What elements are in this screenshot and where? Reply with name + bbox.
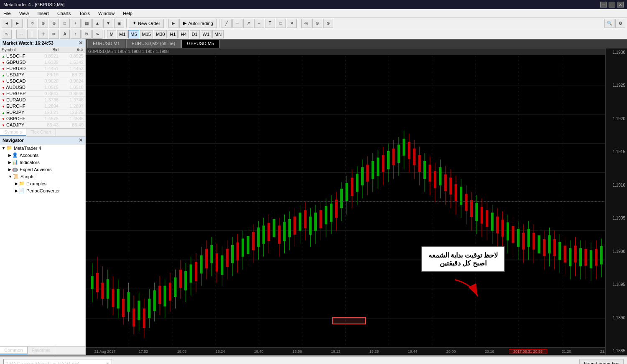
tb-vline-btn[interactable]: │ (27, 30, 37, 39)
main-toolbar: ◄ ► ↺ ⊕ ⊖ □ + ▦ ▲ ▼ ▣ ✦ New Order ▶ ▶ Au… (0, 18, 627, 29)
tb-up-btn[interactable]: ▲ (92, 19, 102, 28)
chart-tab-eurusd-m2[interactable]: EURUSD,M2 (offline) (126, 40, 181, 48)
chart-tab-gbpusd-m5[interactable]: GBPUSD,M5 (181, 40, 219, 48)
tb-pointer-btn[interactable]: ↖ (2, 30, 12, 39)
svg-rect-136 (387, 151, 390, 169)
menu-charts[interactable]: Charts (56, 10, 72, 16)
tb-cycle-btn[interactable]: ↻ (82, 30, 92, 39)
tb-trend-btn[interactable]: ↗ (243, 19, 253, 28)
tb-cross2-btn[interactable]: ✛ (38, 30, 48, 39)
period-m1-btn[interactable]: M1 (117, 30, 127, 38)
navigator-close[interactable]: ✕ (79, 137, 83, 143)
tb-fibo-btn[interactable]: ↔ (254, 19, 264, 28)
menu-window[interactable]: Window (97, 10, 116, 16)
tb-ea-btn[interactable]: ▶ (168, 19, 178, 28)
period-w1-btn[interactable]: W1 (201, 30, 212, 38)
market-watch-row[interactable]: ▼ AUDUSD1.05151.0518 (0, 84, 85, 91)
menu-tools[interactable]: Tools (77, 10, 92, 16)
market-watch-row[interactable]: ▼ USDCAD0.96200.9624 (0, 78, 85, 84)
tb-abc-btn[interactable]: A (60, 30, 70, 39)
svg-rect-40 (138, 301, 140, 320)
tb-zoomin-btn[interactable]: ⊕ (38, 19, 48, 28)
chart-plot[interactable]: لاحظ توقيت بداية الشمعه اصبح كل دقيقتين (86, 56, 605, 347)
tb-chart-btn[interactable]: ▦ (82, 19, 92, 28)
tree-item[interactable]: ▶📄PeriodConverter (0, 187, 85, 194)
market-watch-row[interactable]: ▲ EURJPY120.21120.25 (0, 109, 85, 116)
tb-opt-btn[interactable]: ⊙ (312, 19, 322, 28)
tb-back-btn[interactable]: ◄ (2, 19, 12, 28)
maximize-button[interactable]: □ (609, 2, 615, 8)
menu-insert[interactable]: Insert (36, 10, 51, 16)
tb-line-btn[interactable]: ╱ (222, 19, 232, 28)
svg-rect-72 (221, 255, 223, 275)
tb-props-btn[interactable]: □ (60, 19, 70, 28)
chart-area[interactable]: GBPUSD,M5 1.1907 1.1908 1.1907 1.1908 (86, 48, 627, 355)
tb-hline-btn[interactable]: ─ (232, 19, 242, 28)
tree-item[interactable]: ▼📜Scripts (0, 173, 85, 180)
tb-del-btn[interactable]: ✕ (287, 19, 297, 28)
tb-pen-btn[interactable]: ✏ (49, 30, 59, 39)
tb-fwd-btn[interactable]: ► (13, 19, 23, 28)
tb-zoomout-btn[interactable]: ⊖ (49, 19, 59, 28)
period-mn-btn[interactable]: MN (212, 30, 224, 38)
market-watch-row[interactable]: ▲ USDJPY83.1983.22 (0, 72, 85, 78)
period-m5-btn[interactable]: M5 (128, 30, 139, 38)
tb-dn-btn[interactable]: ▼ (103, 19, 113, 28)
tb-settings-btn[interactable]: ⚙ (615, 19, 625, 28)
period-m30-btn[interactable]: M30 (154, 30, 167, 38)
new-order-button[interactable]: ✦ New Order (129, 19, 164, 28)
tb-wave-btn[interactable]: ∿ (92, 30, 102, 39)
period-d1-btn[interactable]: D1 (190, 30, 200, 38)
market-watch-row[interactable]: ▼ GBPCHF1.45751.4585 (0, 116, 85, 122)
nav-tab-common[interactable]: Common (0, 347, 28, 354)
ea-dropdown[interactable]: 2 MA Crosses Mega filter EA V1.ex4 ▼ (3, 359, 112, 364)
tree-item[interactable]: ▶🤖Expert Advisors (0, 166, 85, 173)
tb-arrow-btn[interactable]: ↑ (71, 30, 81, 39)
svg-rect-66 (205, 249, 208, 268)
autotrading-button[interactable]: ▶ AutoTrading (179, 19, 217, 28)
market-watch-row[interactable]: ▼ EURAUD1.37361.3748 (0, 97, 85, 103)
ptb-sep2 (104, 30, 105, 38)
market-watch-row[interactable]: ▼ CADJPY86.4386.49 (0, 122, 85, 128)
svg-rect-76 (231, 245, 234, 263)
period-h1-btn[interactable]: H1 (168, 30, 178, 38)
tb-cross-btn[interactable]: + (71, 19, 81, 28)
svg-rect-70 (216, 253, 218, 271)
period-h4-btn[interactable]: H4 (178, 30, 189, 38)
market-watch-row[interactable]: ▼ EURUSD1.44511.4453 (0, 66, 85, 72)
tb-view-btn[interactable]: ◎ (301, 19, 311, 28)
tree-item[interactable]: ▼📁MetaTrader 4 (0, 144, 85, 152)
tree-item[interactable]: ▶👤Accounts (0, 152, 85, 159)
tb-search-btn[interactable]: 🔍 (604, 19, 614, 28)
title-controls[interactable]: ─ □ ✕ (600, 2, 624, 8)
tb-refresh-btn[interactable]: ↺ (27, 19, 37, 28)
market-watch-close[interactable]: ✕ (79, 40, 83, 46)
svg-rect-88 (263, 225, 265, 243)
tb-text-btn[interactable]: T (265, 19, 275, 28)
nav-tab-favorites[interactable]: Favorites (28, 347, 55, 354)
market-watch-row[interactable]: ▼ EURGBP0.88430.8846 (0, 91, 85, 97)
menu-view[interactable]: View (18, 10, 31, 16)
tb-rect-btn[interactable]: □ (276, 19, 286, 28)
period-m-btn[interactable]: M (107, 30, 116, 38)
svg-rect-150 (423, 161, 426, 179)
tb-tpl-btn[interactable]: ▣ (114, 19, 124, 28)
market-watch-row[interactable]: ▲ USDCHF0.89210.8925 (0, 53, 85, 59)
svg-rect-30 (112, 289, 114, 307)
period-m15-btn[interactable]: M15 (140, 30, 153, 38)
menu-help[interactable]: Help (121, 10, 134, 16)
tree-item[interactable]: ▶📁Examples (0, 180, 85, 187)
time-1: 21 Aug 2017 (86, 349, 124, 354)
mw-tab-symbols[interactable]: Symbols (0, 129, 26, 136)
market-watch-row[interactable]: ▼ EURCHF1.28941.2897 (0, 103, 85, 109)
menu-file[interactable]: File (2, 10, 13, 16)
minimize-button[interactable]: ─ (600, 2, 607, 8)
expert-properties-button[interactable]: Expert properties (579, 359, 624, 364)
tb-hline2-btn[interactable]: ─ (16, 30, 26, 39)
market-watch-row[interactable]: ▼ GBPUSD1.63391.6342 (0, 59, 85, 66)
tree-item[interactable]: ▶📊Indicators (0, 159, 85, 166)
close-button[interactable]: ✕ (617, 2, 624, 8)
tb-alert-btn[interactable]: ⊗ (323, 19, 333, 28)
mw-tab-tickchart[interactable]: Tick Chart (26, 129, 56, 136)
chart-tab-eurusd-m1[interactable]: EURUSD,M1 (87, 40, 125, 48)
